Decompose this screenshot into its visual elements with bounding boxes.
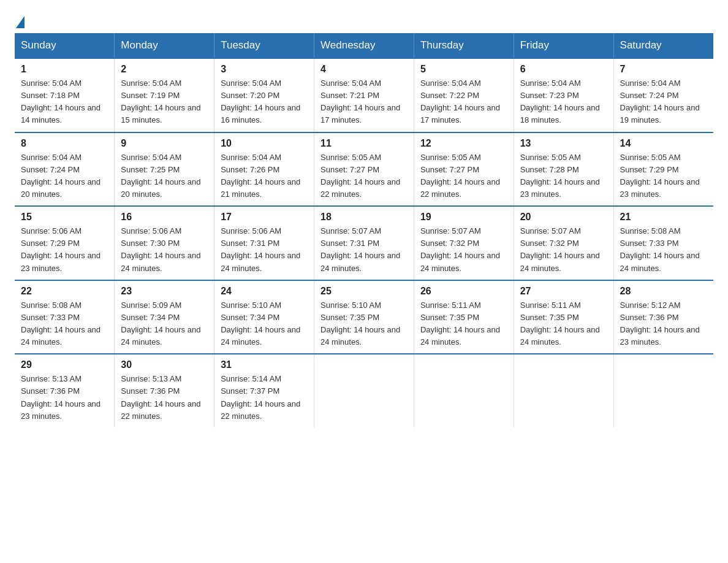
calendar-cell: 3Sunrise: 5:04 AMSunset: 7:20 PMDaylight… [214, 58, 314, 132]
day-number: 16 [121, 212, 208, 223]
calendar-cell: 20Sunrise: 5:07 AMSunset: 7:32 PMDayligh… [514, 206, 613, 280]
day-info: Sunrise: 5:05 AMSunset: 7:29 PMDaylight:… [620, 151, 707, 201]
day-info: Sunrise: 5:04 AMSunset: 7:25 PMDaylight:… [121, 151, 208, 201]
header-thursday: Thursday [414, 33, 514, 58]
calendar-cell: 14Sunrise: 5:05 AMSunset: 7:29 PMDayligh… [613, 132, 713, 207]
calendar-cell: 24Sunrise: 5:10 AMSunset: 7:34 PMDayligh… [214, 280, 314, 354]
calendar-cell: 16Sunrise: 5:06 AMSunset: 7:30 PMDayligh… [115, 206, 214, 280]
day-number: 27 [520, 286, 607, 297]
day-info: Sunrise: 5:09 AMSunset: 7:34 PMDaylight:… [121, 299, 208, 349]
day-info: Sunrise: 5:10 AMSunset: 7:35 PMDaylight:… [320, 299, 408, 349]
calendar-cell: 8Sunrise: 5:04 AMSunset: 7:24 PMDaylight… [15, 132, 115, 207]
day-number: 20 [520, 212, 607, 223]
day-number: 5 [420, 64, 507, 75]
calendar-cell [314, 354, 414, 427]
header-wednesday: Wednesday [314, 33, 414, 58]
day-number: 17 [221, 212, 308, 223]
day-info: Sunrise: 5:11 AMSunset: 7:35 PMDaylight:… [420, 299, 507, 349]
calendar-cell: 30Sunrise: 5:13 AMSunset: 7:36 PMDayligh… [115, 354, 214, 427]
calendar-cell: 17Sunrise: 5:06 AMSunset: 7:31 PMDayligh… [214, 206, 314, 280]
calendar-header-row: SundayMondayTuesdayWednesdayThursdayFrid… [15, 33, 713, 58]
calendar-cell: 13Sunrise: 5:05 AMSunset: 7:28 PMDayligh… [514, 132, 613, 207]
day-number: 1 [21, 64, 108, 75]
day-info: Sunrise: 5:07 AMSunset: 7:31 PMDaylight:… [320, 225, 408, 275]
day-number: 14 [620, 138, 707, 149]
day-info: Sunrise: 5:04 AMSunset: 7:18 PMDaylight:… [21, 77, 108, 127]
calendar-cell: 26Sunrise: 5:11 AMSunset: 7:35 PMDayligh… [414, 280, 514, 354]
calendar-cell: 31Sunrise: 5:14 AMSunset: 7:37 PMDayligh… [214, 354, 314, 427]
calendar-cell: 10Sunrise: 5:04 AMSunset: 7:26 PMDayligh… [214, 132, 314, 207]
calendar-cell [514, 354, 613, 427]
day-number: 25 [320, 286, 408, 297]
header-saturday: Saturday [613, 33, 713, 58]
day-number: 28 [620, 286, 707, 297]
day-number: 7 [620, 64, 707, 75]
day-number: 11 [320, 138, 408, 149]
day-number: 18 [320, 212, 408, 223]
calendar-cell [414, 354, 514, 427]
calendar-week-row: 29Sunrise: 5:13 AMSunset: 7:36 PMDayligh… [15, 354, 713, 427]
calendar-cell: 5Sunrise: 5:04 AMSunset: 7:22 PMDaylight… [414, 58, 514, 132]
calendar-cell: 2Sunrise: 5:04 AMSunset: 7:19 PMDaylight… [115, 58, 214, 132]
calendar-cell: 25Sunrise: 5:10 AMSunset: 7:35 PMDayligh… [314, 280, 414, 354]
calendar-cell: 22Sunrise: 5:08 AMSunset: 7:33 PMDayligh… [15, 280, 115, 354]
day-number: 23 [121, 286, 208, 297]
day-info: Sunrise: 5:07 AMSunset: 7:32 PMDaylight:… [420, 225, 507, 275]
calendar-cell: 6Sunrise: 5:04 AMSunset: 7:23 PMDaylight… [514, 58, 613, 132]
day-number: 30 [121, 359, 208, 370]
day-info: Sunrise: 5:04 AMSunset: 7:19 PMDaylight:… [121, 77, 208, 127]
day-number: 6 [520, 64, 607, 75]
calendar-cell: 11Sunrise: 5:05 AMSunset: 7:27 PMDayligh… [314, 132, 414, 207]
calendar-cell: 7Sunrise: 5:04 AMSunset: 7:24 PMDaylight… [613, 58, 713, 132]
day-info: Sunrise: 5:12 AMSunset: 7:36 PMDaylight:… [620, 299, 707, 349]
calendar-cell: 28Sunrise: 5:12 AMSunset: 7:36 PMDayligh… [613, 280, 713, 354]
calendar-week-row: 8Sunrise: 5:04 AMSunset: 7:24 PMDaylight… [15, 132, 713, 207]
day-number: 26 [420, 286, 507, 297]
day-info: Sunrise: 5:13 AMSunset: 7:36 PMDaylight:… [121, 373, 208, 423]
day-info: Sunrise: 5:04 AMSunset: 7:22 PMDaylight:… [420, 77, 507, 127]
logo-triangle-icon [16, 16, 25, 28]
day-number: 4 [320, 64, 408, 75]
day-info: Sunrise: 5:04 AMSunset: 7:26 PMDaylight:… [221, 151, 308, 201]
calendar-cell: 9Sunrise: 5:04 AMSunset: 7:25 PMDaylight… [115, 132, 214, 207]
header-sunday: Sunday [15, 33, 115, 58]
day-number: 3 [221, 64, 308, 75]
day-info: Sunrise: 5:08 AMSunset: 7:33 PMDaylight:… [620, 225, 707, 275]
day-number: 15 [21, 212, 108, 223]
day-info: Sunrise: 5:04 AMSunset: 7:20 PMDaylight:… [221, 77, 308, 127]
day-info: Sunrise: 5:05 AMSunset: 7:28 PMDaylight:… [520, 151, 607, 201]
logo [15, 15, 26, 27]
day-info: Sunrise: 5:11 AMSunset: 7:35 PMDaylight:… [520, 299, 607, 349]
day-number: 29 [21, 359, 108, 370]
day-info: Sunrise: 5:14 AMSunset: 7:37 PMDaylight:… [221, 373, 308, 423]
day-info: Sunrise: 5:08 AMSunset: 7:33 PMDaylight:… [21, 299, 108, 349]
day-number: 21 [620, 212, 707, 223]
day-number: 24 [221, 286, 308, 297]
day-info: Sunrise: 5:06 AMSunset: 7:30 PMDaylight:… [121, 225, 208, 275]
calendar-cell: 27Sunrise: 5:11 AMSunset: 7:35 PMDayligh… [514, 280, 613, 354]
calendar-cell: 12Sunrise: 5:05 AMSunset: 7:27 PMDayligh… [414, 132, 514, 207]
day-info: Sunrise: 5:07 AMSunset: 7:32 PMDaylight:… [520, 225, 607, 275]
day-number: 8 [21, 138, 108, 149]
header-tuesday: Tuesday [214, 33, 314, 58]
calendar-cell: 19Sunrise: 5:07 AMSunset: 7:32 PMDayligh… [414, 206, 514, 280]
header-monday: Monday [115, 33, 214, 58]
day-number: 22 [21, 286, 108, 297]
calendar-cell: 1Sunrise: 5:04 AMSunset: 7:18 PMDaylight… [15, 58, 115, 132]
day-info: Sunrise: 5:04 AMSunset: 7:21 PMDaylight:… [320, 77, 408, 127]
day-info: Sunrise: 5:06 AMSunset: 7:29 PMDaylight:… [21, 225, 108, 275]
calendar-week-row: 15Sunrise: 5:06 AMSunset: 7:29 PMDayligh… [15, 206, 713, 280]
calendar-cell: 23Sunrise: 5:09 AMSunset: 7:34 PMDayligh… [115, 280, 214, 354]
calendar-week-row: 1Sunrise: 5:04 AMSunset: 7:18 PMDaylight… [15, 58, 713, 132]
day-info: Sunrise: 5:10 AMSunset: 7:34 PMDaylight:… [221, 299, 308, 349]
day-number: 31 [221, 359, 308, 370]
day-info: Sunrise: 5:05 AMSunset: 7:27 PMDaylight:… [320, 151, 408, 201]
day-info: Sunrise: 5:04 AMSunset: 7:24 PMDaylight:… [620, 77, 707, 127]
day-number: 19 [420, 212, 507, 223]
calendar-week-row: 22Sunrise: 5:08 AMSunset: 7:33 PMDayligh… [15, 280, 713, 354]
day-number: 2 [121, 64, 208, 75]
header-friday: Friday [514, 33, 613, 58]
page-header [15, 15, 713, 27]
day-number: 12 [420, 138, 507, 149]
day-info: Sunrise: 5:06 AMSunset: 7:31 PMDaylight:… [221, 225, 308, 275]
